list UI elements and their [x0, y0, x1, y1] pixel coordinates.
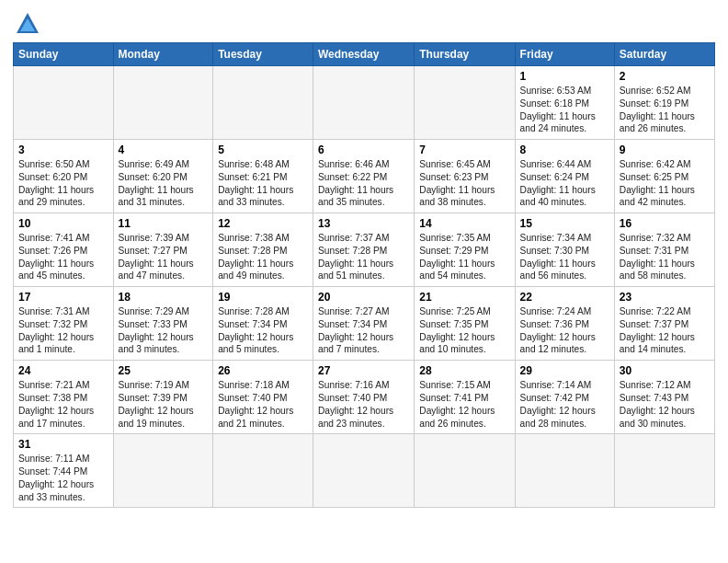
day-info: Sunrise: 7:27 AM Sunset: 7:34 PM Dayligh… [318, 305, 409, 356]
header-saturday: Saturday [614, 43, 714, 66]
header-sunday: Sunday [14, 43, 114, 66]
calendar-cell: 6Sunrise: 6:46 AM Sunset: 6:22 PM Daylig… [313, 140, 415, 213]
day-info: Sunrise: 7:21 AM Sunset: 7:38 PM Dayligh… [18, 379, 108, 430]
day-info: Sunrise: 7:25 AM Sunset: 7:35 PM Dayligh… [419, 305, 509, 356]
day-info: Sunrise: 7:31 AM Sunset: 7:32 PM Dayligh… [18, 305, 108, 356]
calendar-cell: 28Sunrise: 7:15 AM Sunset: 7:41 PM Dayli… [415, 361, 515, 434]
header-tuesday: Tuesday [213, 43, 313, 66]
day-info: Sunrise: 7:12 AM Sunset: 7:43 PM Dayligh… [620, 379, 710, 430]
calendar-cell: 29Sunrise: 7:14 AM Sunset: 7:42 PM Dayli… [515, 361, 614, 434]
calendar-cell [213, 434, 313, 508]
calendar-cell: 7Sunrise: 6:45 AM Sunset: 6:23 PM Daylig… [415, 140, 515, 213]
day-info: Sunrise: 7:14 AM Sunset: 7:42 PM Dayligh… [520, 379, 609, 430]
day-info: Sunrise: 7:18 AM Sunset: 7:40 PM Dayligh… [218, 379, 308, 430]
day-info: Sunrise: 6:53 AM Sunset: 6:18 PM Dayligh… [520, 85, 609, 135]
day-info: Sunrise: 6:50 AM Sunset: 6:20 PM Dayligh… [18, 158, 108, 209]
calendar-cell: 27Sunrise: 7:16 AM Sunset: 7:40 PM Dayli… [313, 361, 415, 434]
day-number: 23 [620, 291, 710, 304]
day-number: 2 [620, 70, 710, 83]
day-number: 18 [119, 291, 209, 304]
calendar-cell: 26Sunrise: 7:18 AM Sunset: 7:40 PM Dayli… [213, 361, 313, 434]
calendar-cell [113, 434, 213, 508]
calendar-cell: 30Sunrise: 7:12 AM Sunset: 7:43 PM Dayli… [614, 361, 714, 434]
day-info: Sunrise: 7:11 AM Sunset: 7:44 PM Dayligh… [18, 453, 108, 503]
calendar-cell [515, 434, 614, 508]
day-number: 31 [18, 438, 108, 451]
calendar-cell: 3Sunrise: 6:50 AM Sunset: 6:20 PM Daylig… [14, 140, 114, 213]
day-number: 7 [419, 144, 509, 156]
day-info: Sunrise: 7:38 AM Sunset: 7:28 PM Dayligh… [218, 232, 308, 282]
calendar-cell [313, 434, 415, 508]
day-info: Sunrise: 7:24 AM Sunset: 7:36 PM Dayligh… [520, 305, 609, 356]
day-info: Sunrise: 7:15 AM Sunset: 7:41 PM Dayligh… [419, 379, 509, 430]
day-number: 1 [520, 70, 609, 83]
header-friday: Friday [515, 43, 614, 66]
calendar-cell: 21Sunrise: 7:25 AM Sunset: 7:35 PM Dayli… [415, 287, 515, 361]
day-info: Sunrise: 7:35 AM Sunset: 7:29 PM Dayligh… [419, 232, 509, 282]
calendar-cell: 22Sunrise: 7:24 AM Sunset: 7:36 PM Dayli… [515, 287, 614, 361]
page: Sunday Monday Tuesday Wednesday Thursday… [0, 0, 728, 517]
day-number: 15 [520, 217, 609, 230]
day-info: Sunrise: 6:44 AM Sunset: 6:24 PM Dayligh… [520, 158, 609, 209]
calendar-cell: 1Sunrise: 6:53 AM Sunset: 6:18 PM Daylig… [515, 66, 614, 140]
logo-icon [15, 11, 40, 37]
day-number: 30 [620, 364, 710, 377]
calendar-cell: 19Sunrise: 7:28 AM Sunset: 7:34 PM Dayli… [213, 287, 313, 361]
day-info: Sunrise: 7:22 AM Sunset: 7:37 PM Dayligh… [620, 305, 710, 356]
day-info: Sunrise: 7:19 AM Sunset: 7:39 PM Dayligh… [119, 379, 209, 430]
calendar-table: Sunday Monday Tuesday Wednesday Thursday… [13, 42, 715, 508]
day-number: 11 [119, 217, 209, 230]
day-number: 12 [218, 217, 308, 230]
day-number: 20 [318, 291, 409, 304]
day-info: Sunrise: 6:42 AM Sunset: 6:25 PM Dayligh… [620, 158, 710, 209]
day-info: Sunrise: 7:32 AM Sunset: 7:31 PM Dayligh… [620, 232, 710, 282]
calendar-cell: 9Sunrise: 6:42 AM Sunset: 6:25 PM Daylig… [614, 140, 714, 213]
calendar-cell [14, 66, 114, 140]
calendar-cell: 2Sunrise: 6:52 AM Sunset: 6:19 PM Daylig… [614, 66, 714, 140]
day-number: 6 [318, 144, 409, 156]
day-number: 16 [620, 217, 710, 230]
calendar-cell [213, 66, 313, 140]
weekday-header-row: Sunday Monday Tuesday Wednesday Thursday… [14, 43, 715, 66]
day-info: Sunrise: 7:39 AM Sunset: 7:27 PM Dayligh… [119, 232, 209, 282]
calendar-cell [113, 66, 213, 140]
day-info: Sunrise: 7:16 AM Sunset: 7:40 PM Dayligh… [318, 379, 409, 430]
day-info: Sunrise: 6:45 AM Sunset: 6:23 PM Dayligh… [419, 158, 509, 209]
header-area [13, 9, 715, 37]
calendar-cell [313, 66, 415, 140]
day-info: Sunrise: 7:41 AM Sunset: 7:26 PM Dayligh… [18, 232, 108, 282]
day-number: 24 [18, 364, 108, 377]
day-number: 19 [218, 291, 308, 304]
day-info: Sunrise: 6:52 AM Sunset: 6:19 PM Dayligh… [620, 85, 710, 135]
day-number: 22 [520, 291, 609, 304]
calendar-cell: 8Sunrise: 6:44 AM Sunset: 6:24 PM Daylig… [515, 140, 614, 213]
header-monday: Monday [113, 43, 213, 66]
day-number: 14 [419, 217, 509, 230]
logo [13, 13, 40, 37]
day-number: 10 [18, 217, 108, 230]
header-thursday: Thursday [415, 43, 515, 66]
day-number: 17 [18, 291, 108, 304]
day-number: 25 [119, 364, 209, 377]
calendar-cell: 31Sunrise: 7:11 AM Sunset: 7:44 PM Dayli… [14, 434, 114, 508]
day-info: Sunrise: 7:29 AM Sunset: 7:33 PM Dayligh… [119, 305, 209, 356]
calendar-cell: 12Sunrise: 7:38 AM Sunset: 7:28 PM Dayli… [213, 213, 313, 287]
day-number: 21 [419, 291, 509, 304]
day-number: 9 [620, 144, 710, 156]
day-info: Sunrise: 6:46 AM Sunset: 6:22 PM Dayligh… [318, 158, 409, 209]
calendar-cell: 10Sunrise: 7:41 AM Sunset: 7:26 PM Dayli… [14, 213, 114, 287]
day-info: Sunrise: 6:49 AM Sunset: 6:20 PM Dayligh… [119, 158, 209, 209]
calendar-cell: 14Sunrise: 7:35 AM Sunset: 7:29 PM Dayli… [415, 213, 515, 287]
calendar-cell: 17Sunrise: 7:31 AM Sunset: 7:32 PM Dayli… [14, 287, 114, 361]
calendar-cell: 20Sunrise: 7:27 AM Sunset: 7:34 PM Dayli… [313, 287, 415, 361]
calendar-cell: 23Sunrise: 7:22 AM Sunset: 7:37 PM Dayli… [614, 287, 714, 361]
day-number: 4 [119, 144, 209, 156]
calendar-cell: 4Sunrise: 6:49 AM Sunset: 6:20 PM Daylig… [113, 140, 213, 213]
day-info: Sunrise: 7:34 AM Sunset: 7:30 PM Dayligh… [520, 232, 609, 282]
calendar-cell [415, 434, 515, 508]
day-number: 28 [419, 364, 509, 377]
calendar-cell: 16Sunrise: 7:32 AM Sunset: 7:31 PM Dayli… [614, 213, 714, 287]
calendar-cell: 11Sunrise: 7:39 AM Sunset: 7:27 PM Dayli… [113, 213, 213, 287]
calendar-cell [614, 434, 714, 508]
day-number: 26 [218, 364, 308, 377]
